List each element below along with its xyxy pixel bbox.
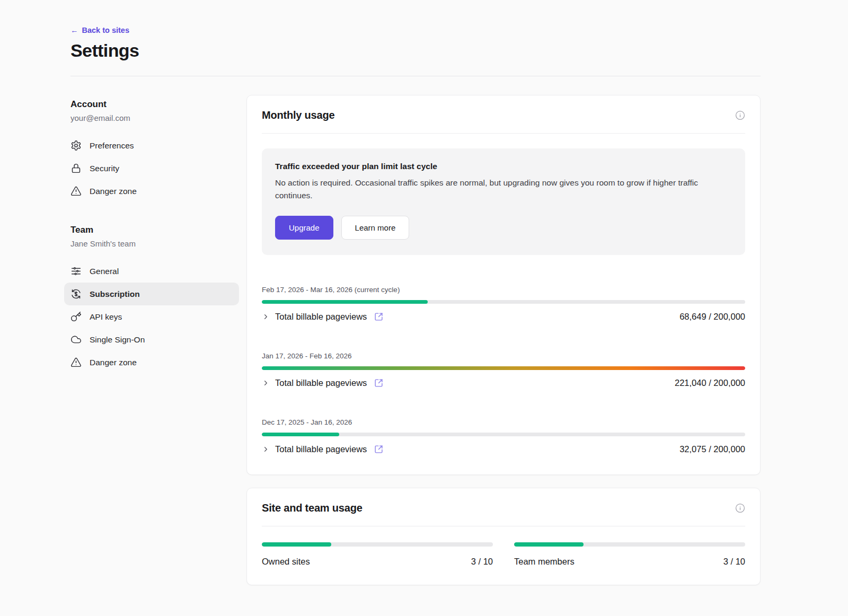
meter-fill [262,542,331,547]
external-link-icon[interactable] [374,445,383,454]
sidebar-item-label: Danger zone [90,358,137,367]
settings-page: ← Back to sites Settings Account your@em… [0,0,848,613]
meter-value: 3 / 10 [723,557,745,567]
card-divider [262,526,745,526]
usage-cycle-older: Dec 17, 2025 - Jan 16, 2026 Total billab… [262,418,745,454]
meter-fill [514,542,584,547]
alert-body: No action is required. Occasional traffi… [275,177,732,202]
alert-title: Traffic exceeded your plan limit last cy… [275,162,732,171]
sidebar-item-label: Single Sign-On [90,335,145,345]
pageviews-expander[interactable]: Total billable pageviews [262,378,383,388]
chevron-right-icon [262,379,270,387]
external-link-icon[interactable] [374,312,383,321]
learn-more-button[interactable]: Learn more [341,216,410,240]
meter-value: 3 / 10 [471,557,493,567]
back-to-sites-link[interactable]: ← Back to sites [70,26,129,34]
pageviews-value: 32,075 / 200,000 [679,444,745,454]
dollar-refresh-icon [70,288,82,300]
monthly-usage-card: Monthly usage Traffic exceeded your plan… [246,95,761,475]
sidebar-item-security[interactable]: Security [64,157,239,180]
sidebar-item-label: Danger zone [90,187,137,196]
info-icon[interactable] [735,110,745,120]
account-email: your@email.com [70,113,233,122]
pageviews-expander[interactable]: Total billable pageviews [262,312,383,322]
account-section: Account your@email.com Preferences Secur… [70,99,233,203]
settings-sidebar: Account your@email.com Preferences Secur… [70,95,233,374]
meter-label: Owned sites [262,557,310,567]
usage-progress-fill [262,300,428,304]
chevron-right-icon [262,445,270,453]
pageviews-label: Total billable pageviews [275,312,367,322]
sidebar-item-account-danger-zone[interactable]: Danger zone [64,180,239,203]
usage-progress-fill [262,433,339,436]
warning-triangle-icon [70,357,82,368]
meter-track [514,542,745,547]
sidebar-item-single-sign-on[interactable]: Single Sign-On [64,328,239,351]
sidebar-item-api-keys[interactable]: API keys [64,305,239,328]
sidebar-item-general[interactable]: General [64,260,239,283]
upgrade-button[interactable]: Upgrade [275,216,333,240]
monthly-usage-title: Monthly usage [262,109,334,121]
pageviews-label: Total billable pageviews [275,444,367,454]
sidebar-item-preferences[interactable]: Preferences [64,134,239,157]
header-divider [70,76,761,76]
pageviews-label: Total billable pageviews [275,378,367,388]
cycle-period: Jan 17, 2026 - Feb 16, 2026 [262,352,745,360]
key-icon [70,311,82,322]
owned-sites-meter: Owned sites 3 / 10 [262,542,493,567]
back-link-label: Back to sites [82,26,129,34]
back-arrow-icon: ← [70,26,78,34]
card-divider [262,133,745,134]
sidebar-item-label: Security [90,164,119,173]
cloud-icon [70,334,82,345]
cycle-period: Feb 17, 2026 - Mar 16, 2026 (current cyc… [262,286,745,294]
sidebar-item-subscription[interactable]: Subscription [64,283,239,305]
sidebar-item-team-danger-zone[interactable]: Danger zone [64,351,239,374]
sidebar-item-label: API keys [90,312,122,322]
chevron-right-icon [262,313,270,321]
usage-cycle-current: Feb 17, 2026 - Mar 16, 2026 (current cyc… [262,286,745,322]
meter-track [262,542,493,547]
cycle-period: Dec 17, 2025 - Jan 16, 2026 [262,418,745,426]
site-team-usage-card: Site and team usage Owned sites 3 / 10 [246,488,761,585]
sidebar-item-label: General [90,267,119,276]
lock-icon [70,163,82,174]
traffic-alert: Traffic exceeded your plan limit last cy… [262,148,745,255]
account-heading: Account [70,99,233,110]
usage-progress-fill [262,366,745,370]
team-members-meter: Team members 3 / 10 [514,542,745,567]
usage-progress-track [262,300,745,304]
sidebar-item-label: Subscription [90,289,140,299]
pageviews-expander[interactable]: Total billable pageviews [262,444,383,454]
pageviews-value: 68,649 / 200,000 [679,312,745,322]
info-icon[interactable] [735,503,745,513]
team-heading: Team [70,225,233,235]
usage-progress-track [262,366,745,370]
usage-progress-track [262,433,745,436]
sidebar-item-label: Preferences [90,141,134,151]
sliders-icon [70,266,82,277]
external-link-icon[interactable] [374,379,383,388]
meter-label: Team members [514,557,575,567]
page-title: Settings [70,40,761,61]
pageviews-value: 221,040 / 200,000 [675,378,745,388]
usage-cycle-previous: Jan 17, 2026 - Feb 16, 2026 Total billab… [262,352,745,388]
team-section: Team Jane Smith's team General Subscript… [70,225,233,374]
site-team-usage-title: Site and team usage [262,502,363,514]
gear-icon [70,140,82,151]
warning-triangle-icon [70,186,82,197]
team-name: Jane Smith's team [70,239,233,248]
